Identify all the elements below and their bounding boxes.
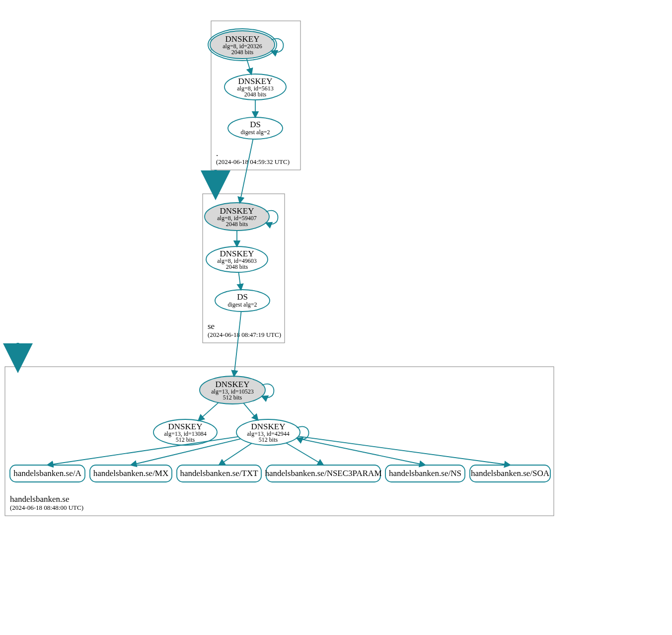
node-se-zsk: DNSKEYalg=8, id=496032048 bits bbox=[206, 246, 268, 272]
svg-text:digest alg=2: digest alg=2 bbox=[240, 129, 270, 136]
edge-hb-ksk-hb-zsk2 bbox=[243, 403, 258, 420]
zone-date-hb: (2024-06-18 08:48:00 UTC) bbox=[10, 504, 83, 511]
svg-text:handelsbanken.se/A: handelsbanken.se/A bbox=[13, 469, 81, 478]
edge-root-ds-se-ksk bbox=[240, 139, 253, 203]
node-se-ds: DSdigest alg=2 bbox=[215, 290, 270, 312]
node-root-zsk: DNSKEYalg=8, id=56132048 bits bbox=[224, 74, 286, 100]
edge-hb-zsk2-rr-nsec3 bbox=[286, 443, 323, 465]
edge-hb-zsk2-rr-txt bbox=[219, 443, 252, 465]
zone-label-hb: handelsbanken.se bbox=[10, 494, 69, 504]
edge-se-zsk-se-ds bbox=[238, 272, 241, 290]
svg-text:512 bits: 512 bits bbox=[176, 436, 195, 443]
zone-date-se: (2024-06-18 08:47:19 UTC) bbox=[208, 331, 281, 338]
svg-text:handelsbanken.se/NS: handelsbanken.se/NS bbox=[389, 469, 461, 478]
svg-text:2048 bits: 2048 bits bbox=[231, 49, 254, 56]
svg-text:2048 bits: 2048 bits bbox=[226, 221, 248, 228]
svg-text:handelsbanken.se/NSEC3PARAM: handelsbanken.se/NSEC3PARAM bbox=[265, 469, 381, 478]
svg-text:512 bits: 512 bits bbox=[259, 436, 278, 443]
node-root-ksk: DNSKEYalg=8, id=203262048 bits bbox=[208, 29, 277, 61]
node-hb-ksk: DNSKEYalg=13, id=10523512 bits bbox=[200, 376, 265, 404]
node-se-ksk: DNSKEYalg=8, id=594072048 bits bbox=[205, 203, 269, 231]
edge-hb-ksk-hb-zsk1 bbox=[198, 402, 218, 420]
svg-text:handelsbanken.se/MX: handelsbanken.se/MX bbox=[93, 469, 169, 478]
zone-label-se: se bbox=[208, 321, 215, 331]
svg-text:DS: DS bbox=[250, 120, 261, 129]
zone-label-root: . bbox=[216, 149, 218, 158]
svg-text:handelsbanken.se/SOA: handelsbanken.se/SOA bbox=[471, 469, 550, 478]
edge-root-ksk-root-zsk bbox=[246, 59, 251, 74]
svg-text:2048 bits: 2048 bits bbox=[244, 91, 267, 98]
zone-date-root: (2024-06-18 04:59:32 UTC) bbox=[216, 158, 290, 165]
svg-text:2048 bits: 2048 bits bbox=[226, 263, 248, 270]
svg-text:digest alg=2: digest alg=2 bbox=[227, 301, 257, 308]
node-root-ds: DSdigest alg=2 bbox=[228, 117, 283, 139]
svg-text:DS: DS bbox=[237, 292, 248, 302]
node-hb-zsk2: DNSKEYalg=13, id=42944512 bits bbox=[236, 419, 300, 445]
svg-text:512 bits: 512 bits bbox=[223, 394, 242, 401]
svg-text:handelsbanken.se/TXT: handelsbanken.se/TXT bbox=[180, 469, 258, 478]
edge-hb-zsk2-rr-a bbox=[48, 437, 238, 465]
